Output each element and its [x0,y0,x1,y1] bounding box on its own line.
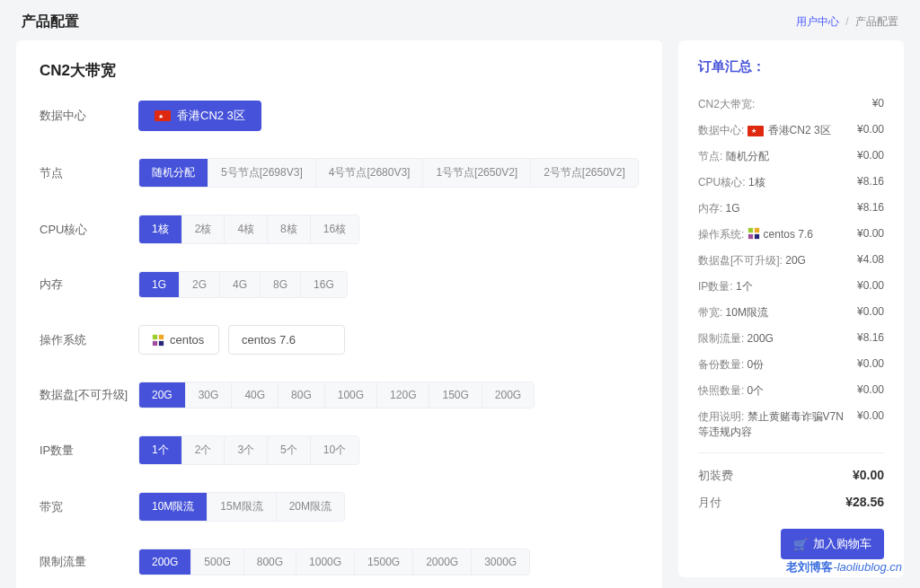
disk-option[interactable]: 80G [279,382,325,408]
disk-option[interactable]: 200G [482,382,534,408]
label-bw: 带宽 [40,499,138,515]
bw-options: 10M限流15M限流20M限流 [138,492,345,522]
svg-rect-2 [153,340,157,345]
cpu-option[interactable]: 8核 [268,215,311,243]
bw-option[interactable]: 20M限流 [277,493,344,521]
summary-row: 内存: 1G¥8.16 [698,196,884,222]
summary-row: 使用说明: 禁止黄赌毒诈骗V7N等违规内容¥0.00 [698,404,884,445]
bw-option[interactable]: 15M限流 [208,493,276,521]
centos-icon [748,230,760,242]
svg-rect-1 [159,334,164,338]
mem-option[interactable]: 8G [261,272,301,297]
bw-option[interactable]: 10M限流 [139,493,208,521]
disk-option[interactable]: 40G [232,382,279,408]
cpu-options: 1核2核4核8核16核 [138,215,359,244]
product-title: CN2大带宽 [40,60,639,81]
disk-options: 20G30G40G80G100G120G150G200G [138,382,535,408]
label-mem: 内存 [40,276,138,293]
datacenter-value: 香港CN2 3区 [177,108,245,124]
breadcrumb: 用户中心 / 产品配置 [796,14,898,30]
mem-options: 1G2G4G8G16G [138,271,348,298]
node-option[interactable]: 1号节点[2650V2] [423,159,531,187]
node-option[interactable]: 4号节点[2680V3] [316,159,424,187]
datacenter-pill[interactable]: ★ 香港CN2 3区 [138,101,261,131]
cpu-option[interactable]: 2核 [182,215,226,243]
traffic-option[interactable]: 800G [244,549,296,575]
summary-row: 备份数量: 0份¥0.00 [698,352,884,378]
mem-option[interactable]: 16G [301,272,347,297]
disk-option[interactable]: 20G [139,382,186,408]
svg-rect-5 [754,228,758,233]
label-node: 节点 [40,165,138,181]
hk-flag-icon: ★ [155,110,171,121]
cart-label: 加入购物车 [813,536,871,552]
os-version: centos 7.6 [242,333,296,347]
ip-option[interactable]: 1个 [139,436,182,464]
ip-option[interactable]: 5个 [268,436,311,464]
disk-option[interactable]: 120G [377,382,429,408]
svg-rect-4 [748,228,752,233]
summary-row: CN2大带宽: ¥0 [698,92,884,118]
disk-option[interactable]: 150G [429,382,482,408]
watermark: 老刘博客-laoliublog.cn [786,559,902,575]
mem-option[interactable]: 1G [139,272,180,297]
label-os: 操作系统 [40,332,138,348]
svg-rect-0 [153,334,157,338]
summary-total: 月付¥28.56 [698,489,884,516]
cpu-option[interactable]: 4核 [225,215,268,243]
traffic-option[interactable]: 500G [191,549,243,575]
mem-option[interactable]: 2G [180,272,220,297]
breadcrumb-link[interactable]: 用户中心 [796,15,839,28]
svg-rect-3 [159,340,164,345]
ip-option[interactable]: 3个 [225,436,268,464]
summary-row: 操作系统: centos 7.6¥0.00 [698,222,884,248]
config-panel: CN2大带宽 数据中心 ★ 香港CN2 3区 节点随机分配5号节点[2698V3… [16,40,662,588]
summary-title: 订单汇总： [698,58,884,75]
summary-list: CN2大带宽: ¥0数据中心: ★香港CN2 3区¥0.00节点: 随机分配¥0… [698,92,884,445]
node-option[interactable]: 2号节点[2650V2] [531,159,638,187]
traffic-option[interactable]: 3000G [472,549,529,575]
traffic-options: 200G500G800G1000G1500G2000G3000G [138,549,530,575]
cpu-option[interactable]: 1核 [139,215,182,243]
ip-options: 1个2个3个5个10个 [138,435,359,465]
traffic-option[interactable]: 200G [139,549,191,575]
summary-row: 限制流量: 200G¥8.16 [698,326,884,352]
ip-option[interactable]: 10个 [311,436,358,464]
summary-row: CPU核心: 1核¥8.16 [698,170,884,196]
svg-rect-7 [754,234,758,239]
hk-flag-icon: ★ [748,126,764,136]
summary-panel: 订单汇总： CN2大带宽: ¥0数据中心: ★香港CN2 3区¥0.00节点: … [678,40,904,577]
disk-option[interactable]: 30G [186,382,233,408]
label-traffic: 限制流量 [40,554,138,570]
traffic-option[interactable]: 2000G [413,549,472,575]
centos-icon [152,334,164,347]
summary-row: 节点: 随机分配¥0.00 [698,144,884,170]
summary-divider [698,452,884,453]
summary-row: 数据中心: ★香港CN2 3区¥0.00 [698,118,884,144]
os-version-select[interactable]: centos 7.6 [228,325,345,355]
node-option[interactable]: 5号节点[2698V3] [208,159,316,187]
label-cpu: CPU核心 [40,222,138,238]
cart-icon: 🛒 [793,538,808,551]
os-family: centos [170,333,204,347]
traffic-option[interactable]: 1500G [355,549,413,575]
summary-row: 带宽: 10M限流¥0.00 [698,300,884,326]
disk-option[interactable]: 100G [325,382,377,408]
label-disk: 数据盘[不可升级] [40,387,138,403]
traffic-option[interactable]: 1000G [296,549,355,575]
breadcrumb-sep: / [845,15,848,28]
os-family-select[interactable]: centos [138,325,219,355]
label-ip: IP数量 [40,443,138,459]
mem-option[interactable]: 4G [220,272,261,297]
summary-total: 初装费¥0.00 [698,462,884,489]
summary-row: IP数量: 1个¥0.00 [698,274,884,300]
ip-option[interactable]: 2个 [182,436,226,464]
summary-row: 数据盘[不可升级]: 20G¥4.08 [698,248,884,274]
summary-row: 快照数量: 0个¥0.00 [698,378,884,404]
cpu-option[interactable]: 16核 [311,215,358,243]
node-option[interactable]: 随机分配 [139,159,208,187]
breadcrumb-current: 产品配置 [855,15,898,28]
add-to-cart-button[interactable]: 🛒 加入购物车 [781,529,884,559]
svg-rect-6 [748,234,752,239]
node-options: 随机分配5号节点[2698V3]4号节点[2680V3]1号节点[2650V2]… [138,158,639,188]
